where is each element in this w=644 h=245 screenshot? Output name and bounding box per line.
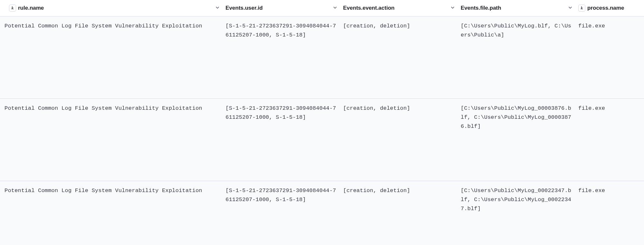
chevron-down-icon[interactable]: [333, 5, 337, 11]
column-header-event-action[interactable]: Events.event.action: [343, 0, 461, 16]
table-row[interactable]: Potential Common Log File System Vulnera…: [0, 16, 644, 99]
cell-event-action: [creation, deletion]: [343, 99, 461, 181]
cell-user-id: [S-1-5-21-2723637291-3094084044-76112520…: [226, 181, 343, 245]
cell-file-path: [C:\Users\Public\MyLog_00022347.blf, C:\…: [461, 181, 578, 245]
cell-rule-name: Potential Common Log File System Vulnera…: [0, 99, 226, 181]
table-row[interactable]: Potential Common Log File System Vulnera…: [0, 181, 644, 245]
events-table: k rule.name Events.user.id Events.event.…: [0, 0, 644, 245]
chevron-down-icon[interactable]: [568, 5, 572, 11]
cell-process-name: file.exe: [578, 181, 644, 245]
cell-file-path: [C:\Users\Public\MyLog_00003876.blf, C:\…: [461, 99, 578, 181]
cell-process-name: file.exe: [578, 16, 644, 99]
keyword-type-icon: k: [578, 5, 585, 12]
column-label: Events.event.action: [343, 5, 395, 11]
table-body: Potential Common Log File System Vulnera…: [0, 16, 644, 245]
cell-event-action: [creation, deletion]: [343, 16, 461, 99]
keyword-type-icon: k: [9, 5, 16, 12]
column-label: Events.file.path: [461, 5, 501, 11]
table-header-row: k rule.name Events.user.id Events.event.…: [0, 0, 644, 16]
cell-process-name: file.exe: [578, 99, 644, 181]
column-header-user-id[interactable]: Events.user.id: [226, 0, 343, 16]
chevron-down-icon[interactable]: [450, 5, 455, 11]
cell-event-action: [creation, deletion]: [343, 181, 461, 245]
column-header-process-name[interactable]: k process.name: [578, 0, 644, 16]
table-row[interactable]: Potential Common Log File System Vulnera…: [0, 99, 644, 181]
column-header-file-path[interactable]: Events.file.path: [461, 0, 578, 16]
chevron-down-icon[interactable]: [215, 5, 220, 11]
cell-rule-name: Potential Common Log File System Vulnera…: [0, 181, 226, 245]
cell-user-id: [S-1-5-21-2723637291-3094084044-76112520…: [226, 99, 343, 181]
cell-user-id: [S-1-5-21-2723637291-3094084044-76112520…: [226, 16, 343, 99]
cell-rule-name: Potential Common Log File System Vulnera…: [0, 16, 226, 99]
column-label: Events.user.id: [226, 5, 263, 11]
column-label: rule.name: [18, 5, 44, 11]
column-header-rule-name[interactable]: k rule.name: [0, 0, 226, 16]
cell-file-path: [C:\Users\Public\MyLog.blf, C:\Users\Pub…: [461, 16, 578, 99]
column-label: process.name: [587, 5, 624, 11]
